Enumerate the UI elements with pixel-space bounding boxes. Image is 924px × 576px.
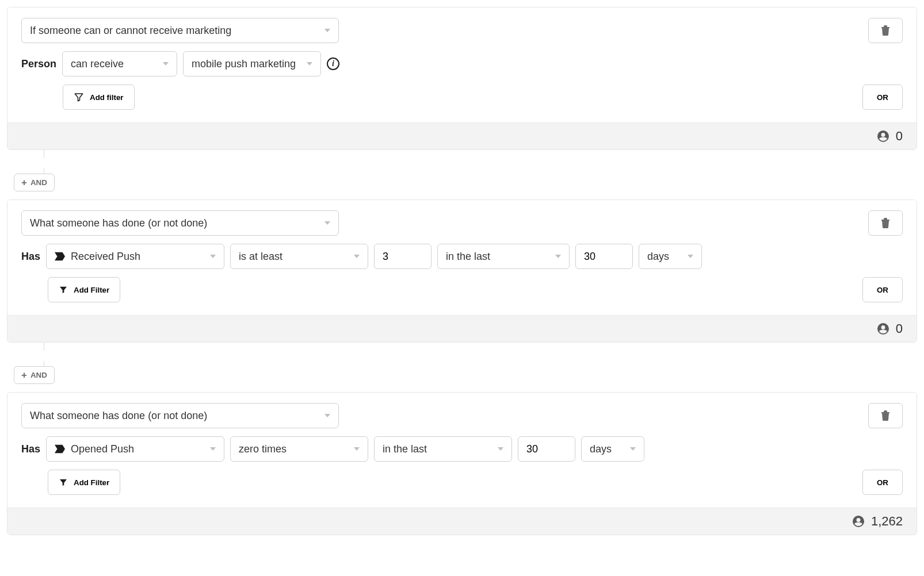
condition-block-2: What someone has done (or not done) Has …	[7, 199, 917, 343]
chevron-down-icon	[354, 255, 360, 258]
duration-input[interactable]	[518, 436, 575, 462]
chevron-down-icon	[210, 447, 216, 451]
has-label: Has	[21, 443, 40, 455]
add-filter-button[interactable]: Add Filter	[48, 277, 120, 302]
or-label: OR	[877, 93, 888, 102]
filter-icon	[74, 92, 84, 102]
or-label: OR	[877, 478, 888, 487]
connector	[33, 343, 917, 369]
chevron-down-icon	[688, 255, 693, 258]
timeframe-label: in the last	[383, 443, 427, 455]
delete-button[interactable]	[868, 210, 903, 236]
duration-unit-label: days	[590, 443, 612, 455]
chevron-down-icon	[324, 221, 330, 225]
condition-block-1: If someone can or cannot receive marketi…	[7, 7, 917, 150]
result-count: 0	[896, 321, 903, 336]
timeframe-select[interactable]: in the last	[437, 244, 570, 269]
or-button[interactable]: OR	[862, 277, 903, 302]
add-filter-label: Add Filter	[74, 286, 109, 294]
condition-block-3: What someone has done (or not done) Has …	[7, 392, 917, 535]
or-button[interactable]: OR	[862, 470, 903, 495]
channel-select[interactable]: mobile push marketing	[183, 51, 321, 76]
person-label: Person	[21, 58, 56, 70]
chevron-down-icon	[555, 255, 561, 258]
tag-icon	[55, 252, 65, 261]
condition-type-label: What someone has done (or not done)	[30, 410, 207, 422]
chevron-down-icon	[324, 29, 330, 32]
duration-unit-label: days	[647, 251, 669, 263]
person-icon	[852, 514, 865, 528]
result-count: 1,262	[871, 514, 903, 529]
chevron-down-icon	[498, 447, 503, 451]
operator-select[interactable]: zero times	[230, 436, 368, 462]
operator-label: is at least	[239, 251, 282, 263]
receive-state-label: can receive	[71, 58, 124, 70]
chevron-down-icon	[354, 447, 360, 451]
chevron-down-icon	[307, 62, 312, 66]
condition-type-select[interactable]: What someone has done (or not done)	[21, 403, 339, 428]
duration-input[interactable]	[575, 244, 633, 269]
duration-unit-select[interactable]: days	[639, 244, 702, 269]
event-label: Received Push	[71, 251, 140, 263]
filter-icon	[59, 285, 68, 294]
filter-icon	[59, 478, 68, 487]
and-button[interactable]: + AND	[14, 174, 55, 191]
connector	[33, 150, 917, 176]
chevron-down-icon	[630, 447, 636, 451]
result-count: 0	[896, 129, 903, 144]
chevron-down-icon	[163, 62, 169, 66]
delete-button[interactable]	[868, 403, 903, 428]
add-filter-label: Add Filter	[74, 478, 109, 487]
trash-icon	[881, 25, 890, 36]
condition-type-label: If someone can or cannot receive marketi…	[30, 25, 231, 37]
add-filter-button[interactable]: Add filter	[63, 85, 135, 110]
tag-icon	[55, 444, 65, 454]
condition-type-select[interactable]: If someone can or cannot receive marketi…	[21, 18, 339, 43]
and-button[interactable]: + AND	[14, 366, 55, 384]
receive-state-select[interactable]: can receive	[62, 51, 177, 76]
add-filter-button[interactable]: Add Filter	[48, 470, 120, 495]
and-label: AND	[30, 371, 47, 379]
timeframe-label: in the last	[446, 251, 490, 263]
and-label: AND	[30, 178, 47, 187]
has-label: Has	[21, 251, 40, 263]
event-label: Opened Push	[71, 443, 134, 455]
duration-unit-select[interactable]: days	[581, 436, 644, 462]
operator-select[interactable]: is at least	[230, 244, 368, 269]
info-icon[interactable]: i	[327, 57, 339, 70]
timeframe-select[interactable]: in the last	[374, 436, 512, 462]
condition-type-label: What someone has done (or not done)	[30, 217, 207, 229]
plus-icon: +	[21, 178, 27, 187]
channel-label: mobile push marketing	[192, 58, 296, 70]
plus-icon: +	[21, 370, 27, 380]
or-label: OR	[877, 286, 888, 294]
event-select[interactable]: Opened Push	[46, 436, 224, 462]
condition-type-select[interactable]: What someone has done (or not done)	[21, 210, 339, 236]
person-icon	[876, 129, 890, 143]
chevron-down-icon	[324, 414, 330, 417]
operator-label: zero times	[239, 443, 287, 455]
person-icon	[876, 322, 890, 336]
count-input[interactable]	[374, 244, 432, 269]
event-select[interactable]: Received Push	[46, 244, 224, 269]
or-button[interactable]: OR	[862, 85, 903, 110]
add-filter-label: Add filter	[90, 93, 124, 102]
trash-icon	[881, 218, 890, 228]
delete-button[interactable]	[868, 18, 903, 43]
chevron-down-icon	[210, 255, 216, 258]
trash-icon	[881, 410, 890, 421]
